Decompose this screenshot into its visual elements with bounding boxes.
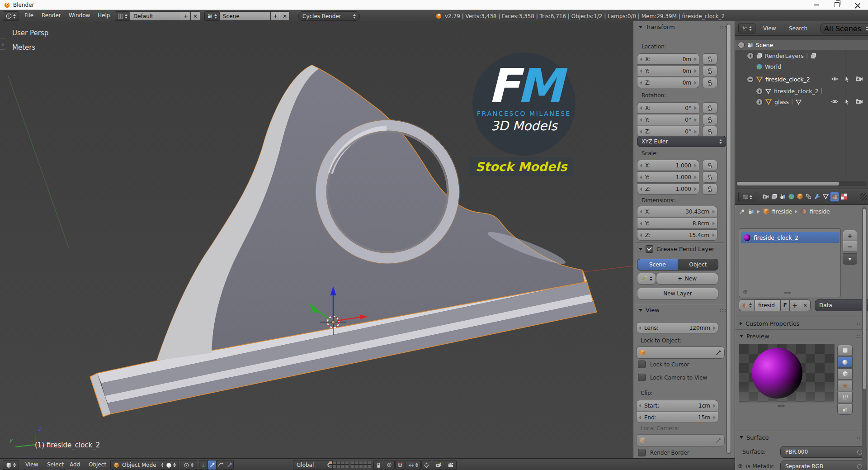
pin-icon[interactable] [739,209,745,215]
selectability-cursor-icon[interactable] [844,98,850,105]
material-sphere-icon[interactable] [800,208,807,215]
expand-icon[interactable]: + [756,99,763,105]
remove-material-slot-button[interactable]: − [843,241,857,252]
location-z-field[interactable]: Z:0m [637,77,699,88]
grease-scene-tab[interactable]: Scene [637,259,678,271]
scene-name-field[interactable]: Scene [219,11,277,21]
fake-user-button[interactable]: F [780,299,790,311]
preview-flat-button[interactable] [837,345,853,356]
editor-type-outliner-button[interactable] [738,24,755,33]
outliner-row-fireside-object[interactable]: − fireside_clock_2 [747,74,810,84]
local-camera-field[interactable] [636,434,725,446]
outliner-row-scene[interactable]: − Scene [738,40,773,50]
grease-pencil-tool-button[interactable] [637,273,656,285]
material-slot-selected[interactable]: fireside_clock_2 [741,232,840,243]
menu-help[interactable]: Help [96,10,112,21]
layer-cell-active[interactable] [329,461,333,465]
menu-file[interactable]: File [23,10,35,21]
scale-y-field[interactable]: Y:1.000 [637,171,699,183]
tab-render-layers[interactable] [770,192,778,201]
object-cube-icon[interactable] [763,208,769,215]
pivot-point-dropdown[interactable] [180,460,197,470]
lock-to-cursor-checkbox[interactable] [638,361,646,368]
preview-cube-button[interactable] [837,368,853,380]
scale-z-field[interactable]: Z:1.000 [637,183,699,195]
menu-select[interactable]: Select [45,459,66,470]
editor-type-3dview-button[interactable] [3,460,19,470]
visibility-eye-icon[interactable] [831,75,839,83]
dimensions-y-field[interactable]: Y:8.8cm [637,218,717,229]
render-engine-dropdown[interactable]: Cycles Render [298,11,360,21]
tab-object[interactable] [796,192,804,201]
menu-add[interactable]: Add [68,459,82,470]
outliner-view-menu[interactable]: View [761,21,778,35]
manipulator-scale-button[interactable] [225,460,234,470]
properties-scrollbar[interactable] [862,207,867,467]
opengl-render-anim-button[interactable] [445,460,457,470]
list-resize-grip[interactable]: ══ [784,290,791,296]
editor-type-properties-button[interactable] [738,192,756,202]
outliner-search-menu[interactable]: Search [787,21,809,35]
breadcrumb-object-name[interactable]: fireside [772,209,792,215]
lock-camera-checkbox[interactable] [638,374,646,381]
material-link-dropdown[interactable]: Data [815,299,868,311]
new-material-button[interactable]: + [789,299,800,311]
add-layout-button[interactable]: + [181,11,191,21]
clip-start-field[interactable]: Start:1cm [636,400,718,411]
close-button[interactable] [847,0,868,9]
scene-icon[interactable] [748,208,755,215]
add-scene-button[interactable]: + [270,11,280,21]
preview-particles-button[interactable] [837,404,853,415]
snap-toggle-button[interactable] [395,460,405,470]
lock-to-scene-button[interactable] [373,460,383,470]
minimize-button[interactable] [806,0,826,9]
rotation-mode-dropdown[interactable]: XYZ Euler [637,136,726,147]
delete-scene-button[interactable]: ✕ [280,11,290,21]
restore-button[interactable] [826,0,847,9]
tab-render[interactable] [761,192,769,201]
view-panel-header[interactable]: View [639,307,729,313]
preview-monkey-button[interactable] [837,380,853,391]
expand-icon[interactable]: + [747,52,754,59]
manipulator-rotate-button[interactable] [216,460,225,470]
tab-constraints[interactable] [804,192,812,201]
transform-panel-header[interactable]: Transform [639,24,729,30]
renderability-camera-icon[interactable] [855,98,863,105]
scene-browse-button[interactable] [204,11,220,21]
layer-grid-1[interactable] [329,461,349,468]
tab-texture[interactable] [840,192,848,201]
tab-scene[interactable] [778,192,787,201]
outliner-hscrollbar[interactable] [736,181,867,186]
clip-end-field[interactable]: End:15m [636,412,718,423]
scale-z-lock-button[interactable] [702,183,717,195]
surface-shader-button[interactable]: PBR.000 [780,446,867,458]
dimensions-z-field[interactable]: Z:15.4cm [637,229,717,241]
menu-window[interactable]: Window [67,10,92,21]
screen-layout-browse-button[interactable] [115,11,130,21]
menu-object[interactable]: Object [87,459,108,470]
menu-render[interactable]: Render [40,10,63,21]
outliner-row-renderlayers[interactable]: + RenderLayers | [747,51,817,61]
material-slot-list[interactable]: fireside_clock_2 ⊕ ══ [739,228,841,297]
proportional-edit-button[interactable] [384,460,395,470]
region-resize-grip[interactable] [860,193,867,200]
viewport-shading-dropdown[interactable] [163,460,179,470]
grease-new-button[interactable]: + New [656,273,718,285]
slot-specials-button[interactable] [843,253,857,265]
editor-border-horizontal[interactable] [735,189,868,189]
manipulator-toggle-button[interactable] [199,460,208,470]
outliner-row-fireside-mesh[interactable]: + fireside_clock_2 | [756,86,823,96]
opengl-render-button[interactable] [433,460,444,470]
rotation-x-lock-button[interactable] [702,102,717,114]
toolshelf-expand-tab[interactable]: + [0,38,6,50]
lens-field[interactable]: Lens:120mm [636,322,718,333]
screen-layout-field[interactable]: Default [130,11,188,21]
preview-resize-grip[interactable]: ══ [778,403,785,409]
tab-material[interactable] [830,192,839,202]
collapse-icon[interactable]: − [738,42,745,48]
location-x-field[interactable]: X:0m [637,53,699,65]
snap-element-dropdown[interactable] [406,460,421,470]
outliner-row-glass[interactable]: + glass | [756,97,802,107]
tab-modifiers[interactable] [813,192,821,201]
editor-type-info-button[interactable] [3,11,19,21]
